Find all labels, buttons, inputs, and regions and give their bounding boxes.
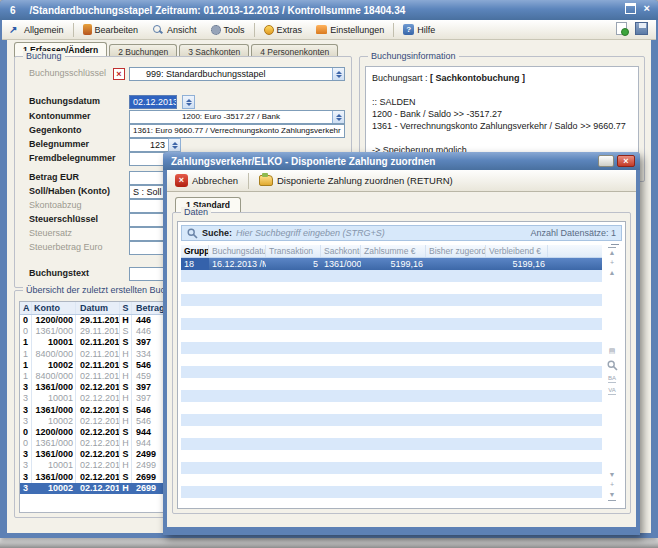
grid-nav-strip: ▲ + ▲ ▤ BA VA ▼ — [602, 245, 622, 505]
cell-datum: 02.11.2013 — [76, 360, 120, 371]
field-label: Fremdbelegnummer — [29, 153, 116, 163]
grid-columns-icon[interactable]: ▤ — [607, 346, 618, 356]
cell-s: H — [120, 460, 132, 471]
dialog-close-button[interactable]: × — [617, 155, 635, 167]
menu-ansicht[interactable]: Ansicht — [145, 21, 204, 39]
menu-label: Hilfe — [417, 25, 435, 35]
gegenkonto-combo[interactable]: 1361: Euro 9660.77 / Verrechnungskonto Z… — [129, 124, 345, 138]
scroll-down-icon[interactable]: ▼ — [608, 470, 616, 480]
col-a[interactable]: A — [20, 302, 32, 314]
empty-row — [181, 414, 602, 426]
cell-konto: 1361/000 — [32, 326, 76, 337]
cell-a: 3 — [20, 416, 32, 427]
cell-konto: 10001 — [32, 337, 76, 348]
spinner-icon[interactable] — [332, 68, 344, 80]
cell-s: S — [120, 382, 132, 393]
col-konto[interactable]: Konto — [32, 302, 76, 314]
empty-row — [181, 486, 602, 498]
col-datum[interactable]: Datum — [76, 302, 120, 314]
menu-einstellungen[interactable]: Einstellungen — [309, 21, 391, 39]
buchungsschluessel-combo[interactable]: 999: Standardbuchungsstapel — [129, 67, 345, 81]
empty-row — [181, 474, 602, 486]
col-buchungsdatum[interactable]: Buchungsdatum — [209, 245, 266, 257]
cell-a: 3 — [20, 449, 32, 460]
cell-s: S — [120, 337, 132, 348]
extras-icon — [264, 25, 274, 35]
menu-bearbeiten[interactable]: Bearbeiten — [76, 21, 146, 39]
field-label: Kontonummer — [29, 111, 91, 121]
cell-konto: 10001 — [32, 460, 76, 471]
payment-row-selected[interactable]: 18 16.12.2013 /Mo 5 1361/000 5199,16 519… — [181, 258, 602, 270]
menu-separator — [393, 23, 394, 37]
cell-a: 3 — [20, 460, 32, 471]
cancel-label: Abbrechen — [192, 175, 238, 186]
empty-row — [181, 378, 602, 390]
empty-row — [181, 342, 602, 354]
col-s[interactable]: S — [120, 302, 132, 314]
cell-konto: 1200/000 — [32, 315, 76, 326]
assign-payment-button[interactable]: Disponierte Zahlung zuordnen (RETURN) — [251, 171, 461, 191]
spinner-icon[interactable] — [344, 125, 345, 137]
col-transaktion[interactable]: Transaktion — [266, 245, 321, 257]
col-bisher-zugeordnet[interactable]: Bisher zugeordnet — [426, 245, 486, 257]
spinner-icon[interactable] — [182, 95, 195, 109]
desktop-edge — [0, 538, 658, 548]
dialog-title: Zahlungsverkehr/ELKO - Disponierte Zahlu… — [171, 156, 435, 167]
titlebar[interactable]: 6 /Standardbuchungsstapel Zeitraum: 01.2… — [0, 0, 658, 20]
scroll-top-icon[interactable]: ▲ — [602, 248, 622, 258]
empty-row — [181, 450, 602, 462]
save-icon[interactable] — [635, 22, 648, 35]
screen: 6 /Standardbuchungsstapel Zeitraum: 01.2… — [0, 0, 658, 548]
col-gruppe[interactable]: Gruppe — [181, 245, 209, 257]
cell-a: 1 — [20, 337, 32, 348]
menu-extras[interactable]: Extras — [257, 21, 310, 39]
cell-a: 3 — [20, 483, 32, 494]
spinner-icon[interactable] — [168, 138, 181, 152]
scroll-bottom-icon[interactable]: ▼ — [608, 490, 616, 500]
buchungsdatum-input[interactable]: 02.12.2013 — [129, 95, 177, 109]
restore-button[interactable] — [625, 3, 636, 14]
arrow-icon: ↗ — [9, 24, 21, 35]
ba-filter-icon[interactable]: BA — [608, 375, 616, 383]
cell-datum: 02.12.2013 — [76, 382, 120, 393]
kontonummer-combo[interactable]: 1200: Euro -3517.27 / Bank — [129, 110, 345, 124]
cancel-button[interactable]: × Abbrechen — [167, 171, 246, 191]
menu-tools[interactable]: Tools — [204, 21, 252, 39]
new-document-icon[interactable] — [616, 22, 627, 35]
daten-panel: Suche: Hier Suchbegriff eingeben (STRG+S… — [177, 221, 626, 509]
cell-a: 0 — [20, 427, 32, 438]
belegnummer-input[interactable]: 123 — [129, 138, 169, 152]
gear-icon — [211, 25, 221, 35]
info-line: :: SALDEN — [372, 96, 632, 108]
menu-allgemein[interactable]: ↗ Allgemein — [2, 21, 71, 39]
field-label: Buchungsschlüssel — [29, 68, 106, 78]
buchungsart-value: [ Sachkontobuchung ] — [430, 73, 525, 83]
empty-row — [181, 402, 602, 414]
spinner-icon[interactable] — [332, 111, 344, 123]
cell-konto: 10002 — [32, 416, 76, 427]
scroll-up-icon[interactable]: ▲ — [602, 268, 622, 278]
menu-hilfe[interactable]: ? Hilfe — [396, 21, 442, 39]
dialog-titlebar[interactable]: Zahlungsverkehr/ELKO - Disponierte Zahlu… — [163, 152, 640, 170]
menu-label: Tools — [224, 25, 245, 35]
cell-s: S — [120, 427, 132, 438]
col-zahlsumme[interactable]: Zahlsumme € — [361, 245, 426, 257]
va-filter-icon[interactable]: VA — [608, 387, 616, 395]
empty-row — [181, 282, 602, 294]
assign-icon — [259, 175, 273, 186]
field-gegenkonto: Gegenkonto 1361: Euro 9660.77 / Verrechn… — [15, 124, 351, 138]
cell-datum: 02.12.2013 — [76, 460, 120, 471]
dialog-minimize-button[interactable] — [598, 155, 614, 167]
window-title: /Standardbuchungsstapel Zeitraum: 01.201… — [30, 5, 406, 16]
row-insert-icon[interactable]: + — [602, 258, 622, 268]
zoom-icon[interactable] — [607, 360, 618, 371]
col-sachkonto[interactable]: Sachkonto — [321, 245, 361, 257]
close-button[interactable]: × — [644, 3, 650, 14]
cell-a: 0 — [20, 315, 32, 326]
col-verbleibend[interactable]: Verbleibend € — [486, 245, 548, 257]
menu-label: Einstellungen — [330, 25, 384, 35]
row-append-icon[interactable]: + — [608, 480, 616, 490]
search-bar[interactable]: Suche: Hier Suchbegriff eingeben (STRG+S… — [181, 225, 622, 241]
clear-icon[interactable]: × — [113, 68, 125, 80]
info-line — [372, 132, 632, 144]
